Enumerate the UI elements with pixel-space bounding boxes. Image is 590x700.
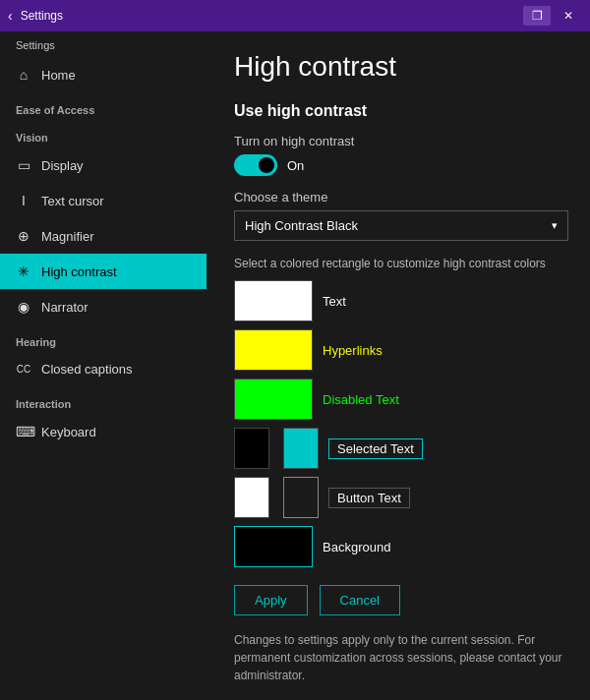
disabled-text-color-label: Disabled Text xyxy=(323,392,399,407)
home-icon: ⌂ xyxy=(16,67,31,83)
color-row-selected-text: Selected Text xyxy=(234,428,562,469)
hyperlinks-color-label: Hyperlinks xyxy=(323,343,383,358)
sidebar-item-keyboard[interactable]: ⌨ Keyboard xyxy=(0,414,206,449)
button-text-swatch2[interactable] xyxy=(283,477,319,518)
sidebar-item-magnifier[interactable]: ⊕ Magnifier xyxy=(0,218,206,254)
sidebar-item-closed-captions-label: Closed captions xyxy=(41,362,133,377)
page-title: High contrast xyxy=(234,51,562,83)
hearing-label: Hearing xyxy=(0,324,206,352)
info-text: Changes to settings apply only to the cu… xyxy=(234,631,562,684)
color-section-label: Select a colored rectangle to customize … xyxy=(234,257,562,270)
sidebar-item-high-contrast-label: High contrast xyxy=(41,264,117,279)
button-text-swatch1[interactable] xyxy=(234,477,269,518)
selected-text-color-label: Selected Text xyxy=(328,438,423,459)
interaction-label: Interaction xyxy=(0,386,206,414)
sidebar-item-narrator-label: Narrator xyxy=(41,300,88,315)
disabled-text-color-swatch[interactable] xyxy=(234,379,313,420)
selected-text-swatch1[interactable] xyxy=(234,428,269,469)
text-cursor-icon: I xyxy=(16,193,31,208)
sidebar: Settings ⌂ Home Ease of Access Vision ▭ … xyxy=(0,31,206,700)
section-title: Use high contrast xyxy=(234,102,562,120)
button-row: Apply Cancel xyxy=(234,585,562,615)
title-bar-title: Settings xyxy=(21,9,523,23)
magnifier-icon: ⊕ xyxy=(16,228,31,244)
theme-label: Choose a theme xyxy=(234,190,562,204)
sidebar-item-magnifier-label: Magnifier xyxy=(41,229,93,244)
vision-label: Vision xyxy=(0,120,206,147)
sidebar-item-high-contrast[interactable]: ✳ High contrast xyxy=(0,254,206,289)
background-color-swatch[interactable] xyxy=(234,526,313,567)
closed-captions-icon: CC xyxy=(16,364,31,375)
text-color-label: Text xyxy=(323,294,346,309)
button-text-color-label: Button Text xyxy=(328,488,410,508)
high-contrast-icon: ✳ xyxy=(16,263,31,279)
color-row-background: Background xyxy=(234,526,562,567)
app-container: Settings ⌂ Home Ease of Access Vision ▭ … xyxy=(0,31,590,700)
selected-text-swatch2[interactable] xyxy=(283,428,319,469)
dropdown-arrow-icon: ▾ xyxy=(552,219,558,232)
sidebar-item-home-label: Home xyxy=(41,68,76,83)
sidebar-item-text-cursor[interactable]: I Text cursor xyxy=(0,183,206,218)
restore-button[interactable]: ❐ xyxy=(523,6,551,26)
title-bar-controls: ❐ ✕ xyxy=(523,6,582,26)
sidebar-item-display[interactable]: ▭ Display xyxy=(0,147,206,183)
toggle-label: Turn on high contrast xyxy=(234,134,562,148)
theme-dropdown-value: High Contrast Black xyxy=(245,218,358,233)
title-bar: ‹ Settings ❐ ✕ xyxy=(0,0,590,31)
keyboard-icon: ⌨ xyxy=(16,424,31,439)
sidebar-item-display-label: Display xyxy=(41,158,84,173)
color-row-hyperlinks: Hyperlinks xyxy=(234,329,562,371)
content-area: High contrast Use high contrast Turn on … xyxy=(206,31,590,700)
hyperlinks-color-swatch[interactable] xyxy=(234,329,313,371)
display-icon: ▭ xyxy=(16,157,31,173)
sidebar-item-narrator[interactable]: ◉ Narrator xyxy=(0,289,206,324)
cancel-button[interactable]: Cancel xyxy=(320,585,400,615)
back-button[interactable]: ‹ xyxy=(8,8,13,24)
high-contrast-toggle[interactable] xyxy=(234,154,277,176)
sidebar-item-text-cursor-label: Text cursor xyxy=(41,194,104,208)
apply-button[interactable]: Apply xyxy=(234,585,308,615)
ease-of-access-label: Ease of Access xyxy=(0,92,206,120)
color-row-button-text: Button Text xyxy=(234,477,562,518)
toggle-row: On xyxy=(234,154,562,176)
sidebar-item-closed-captions[interactable]: CC Closed captions xyxy=(0,352,206,386)
text-color-swatch[interactable] xyxy=(234,280,313,321)
narrator-icon: ◉ xyxy=(16,299,31,315)
close-button[interactable]: ✕ xyxy=(555,6,582,26)
sidebar-settings-label: Settings xyxy=(0,31,206,57)
toggle-state-label: On xyxy=(287,158,304,173)
background-color-label: Background xyxy=(323,540,390,554)
sidebar-item-home[interactable]: ⌂ Home xyxy=(0,57,206,92)
color-row-text: Text xyxy=(234,280,562,321)
sidebar-item-keyboard-label: Keyboard xyxy=(41,425,96,439)
color-row-disabled-text: Disabled Text xyxy=(234,379,562,420)
theme-dropdown[interactable]: High Contrast Black ▾ xyxy=(234,210,568,241)
